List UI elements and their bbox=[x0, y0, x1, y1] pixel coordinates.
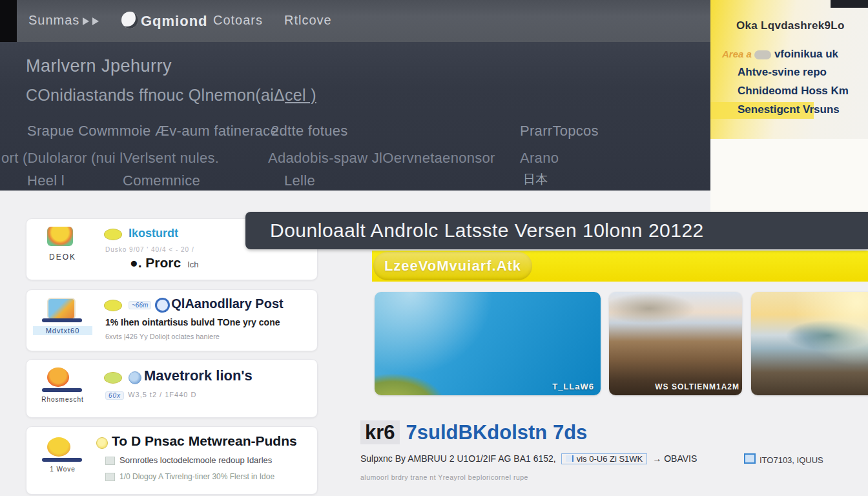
screenshot-thumbnail-underwater[interactable]: T_LLaW6 bbox=[375, 292, 601, 395]
card-meta: 1/0 Dlogoy A Tivrelng-tiner 30% Flerst i… bbox=[119, 472, 274, 481]
blob-icon bbox=[754, 50, 771, 59]
menu-link[interactable]: Lelle bbox=[284, 172, 315, 189]
badge-icon bbox=[566, 455, 574, 462]
smiley-avatar-icon bbox=[47, 437, 70, 457]
thumbnail-caption: WS SOLTlENM1A2M bbox=[655, 382, 739, 391]
app-meta-right[interactable]: ITO7103, IQUUS bbox=[744, 453, 823, 465]
top-nav: Sunmas Gqmiond Cotoars Rtlcove bbox=[0, 0, 710, 42]
sidebar-top-dark-bar bbox=[831, 0, 868, 8]
green-oval-icon bbox=[104, 372, 122, 384]
menu-link[interactable]: Arano bbox=[520, 150, 559, 167]
circle-logo-icon bbox=[155, 298, 170, 313]
mega-menu: Marlvern Jpehurry COnidiastands ffnouc Q… bbox=[0, 42, 710, 191]
download-band: LzeeVoMvuiarf.Atk bbox=[372, 251, 868, 282]
app-meta-badge: vis 0-U6 Zi S1WK bbox=[561, 453, 648, 464]
menu-link[interactable]: Adadobis-spaw JlOervnetaenonsor bbox=[268, 150, 495, 167]
app-meta-right-label: ITO7103, IQUUS bbox=[760, 455, 823, 465]
card-meta: W3,5 t2 / 1F440 D bbox=[128, 391, 196, 398]
download-apk-button[interactable]: LzeeVoMvuiarf.Atk bbox=[373, 252, 532, 280]
globe-icon bbox=[129, 371, 141, 384]
card-description: 1% Ihen ointartisus bulvd TOne yry cone bbox=[105, 317, 280, 327]
gqmiond-logo-icon bbox=[121, 12, 138, 28]
avatar-underline-bar bbox=[42, 388, 82, 392]
list-bullet-icon bbox=[105, 473, 115, 481]
nav-item-sunmas[interactable]: Sunmas bbox=[28, 13, 99, 28]
thumbnail-caption: T_LLaW6 bbox=[552, 382, 594, 391]
menu-link[interactable]: ort (Dulolaror (nui lVerlsent nules. bbox=[1, 150, 219, 167]
card-meta: Dusko 9/07 ' 40/4 < - 20 / bbox=[105, 246, 194, 253]
card-footer-title[interactable]: ●. Prorc bbox=[130, 255, 181, 270]
menu-subheading: COnidiastands ffnouc Qlnemon(aiΔcel ) bbox=[26, 86, 316, 105]
menu-link[interactable]: Heel l bbox=[27, 172, 65, 189]
card-meta: 6xvts |426 Yy Doliojt oclates haniere bbox=[105, 333, 220, 340]
card-footer-sub: Ich bbox=[187, 260, 198, 269]
card-description: Sornrotles loctodelcmoole redoup Idarles bbox=[119, 455, 272, 465]
window-icon bbox=[744, 453, 756, 464]
worker-avatar-icon bbox=[47, 227, 73, 246]
sidebar-featured-row[interactable]: Area avfoinikua uk bbox=[722, 48, 838, 61]
arrow-icon bbox=[83, 17, 89, 25]
menu-link[interactable]: Comemnice bbox=[123, 172, 200, 189]
sidebar-link[interactable]: Ahtve-svine repo bbox=[738, 66, 827, 79]
mini-badge: ~66m bbox=[129, 301, 151, 309]
avatar-caption: Rhosmescht bbox=[33, 396, 92, 403]
card-title-link[interactable]: QlAanodllary Post bbox=[171, 296, 283, 311]
app-meta-row: Sulpxnc By AMBRUU 2 U1O1/2IF AG BA1 6152… bbox=[360, 453, 697, 464]
avatar-underline-bar bbox=[42, 318, 82, 322]
app-meta-suffix: → OBAVIS bbox=[652, 453, 697, 464]
avatar-caption: 1 Wove bbox=[33, 466, 92, 473]
card-title-link[interactable]: Mavetrork lion's bbox=[144, 367, 253, 384]
menu-heading: Marlvern Jpehurry bbox=[26, 56, 172, 76]
sidebar-link[interactable]: Senestigcnt Vrsuns bbox=[738, 103, 840, 116]
sidebar-link[interactable]: Chnideomd Hoss Km bbox=[738, 85, 849, 98]
download-banner-title: Dounloaalt Androlc Latsste Versen 10lonn… bbox=[270, 220, 704, 242]
screenshot-thumbnail-mountains[interactable]: WS SOLTlENM1A2M bbox=[609, 292, 742, 395]
sidebar-featured-link[interactable]: vfoinikua uk bbox=[774, 48, 838, 60]
sidebar-title: Oka Lqvdashrek9Lo bbox=[736, 19, 845, 32]
list-item: Rhosmescht Mavetrork lion's 60xW3,5 t2 /… bbox=[26, 359, 318, 418]
yellow-oval-icon bbox=[104, 229, 122, 240]
card-title-link[interactable]: Ikosturdt bbox=[129, 227, 178, 240]
list-bullet-icon bbox=[105, 457, 115, 465]
menu-col3-header[interactable]: PrarrTopcos bbox=[520, 123, 599, 140]
app-fine-print: alumoorl brdry trane nt Yreayrol beplori… bbox=[360, 473, 528, 481]
right-sidebar: Oka Lqvdashrek9Lo Area avfoinikua uk Aht… bbox=[710, 0, 868, 213]
app-version-badge: kr6 bbox=[360, 420, 400, 444]
app-meta-text: Sulpxnc By AMBRUU 2 U1O1/2IF AG BA1 6152… bbox=[360, 453, 556, 464]
screenshot-thumbnail-sunset[interactable] bbox=[751, 292, 868, 395]
avatar-underline-bar bbox=[42, 458, 82, 462]
yellow-oval-icon bbox=[104, 300, 122, 311]
avatar-caption: Mdvtxt60 bbox=[33, 326, 92, 335]
sidebar-orange-label: Area a bbox=[722, 48, 752, 59]
menu-col1-header[interactable]: Srapue Cowmmoie Æv-aum fatinerace bbox=[27, 123, 278, 140]
menu-link-cjk[interactable]: 日本 bbox=[523, 171, 548, 188]
nav-item-label: Sunmas bbox=[28, 13, 79, 27]
page: Sunmas Gqmiond Cotoars Rtlcove Marlvern … bbox=[0, 0, 868, 496]
lion-avatar-icon bbox=[47, 367, 69, 387]
nav-item-cotoars[interactable]: Cotoars bbox=[213, 13, 263, 28]
arrow-icon bbox=[92, 17, 99, 25]
avatar-caption: DEOK bbox=[33, 253, 92, 262]
download-apk-button-label: LzeeVoMvuiarf.Atk bbox=[384, 258, 521, 274]
menu-subheading-text: COnidiastands ffnouc Qlnemon(aiΔ bbox=[26, 86, 285, 104]
badge-label: vis 0-U6 Zi S1WK bbox=[577, 454, 643, 464]
nav-item-rtlcove[interactable]: Rtlcove bbox=[284, 13, 332, 28]
menu-subheading-underlined[interactable]: cel ) bbox=[285, 86, 316, 104]
nav-left-strip bbox=[0, 0, 17, 42]
app-title: kr67suldBKdolstn 7ds bbox=[360, 421, 587, 444]
mini-badge: 60x bbox=[105, 391, 124, 400]
list-item: Mdvtxt60 ~66mQlAanodllary Post 1% Ihen o… bbox=[26, 289, 318, 351]
photo-app-avatar-icon bbox=[47, 298, 76, 320]
download-banner: Dounloaalt Androlc Latsste Versen 10lonn… bbox=[245, 212, 868, 249]
lightbulb-icon bbox=[96, 437, 108, 449]
menu-col2-header[interactable]: 2dtte fotues bbox=[271, 123, 348, 140]
nav-item-gqmiond[interactable]: Gqmiond bbox=[141, 13, 208, 30]
card-title-link[interactable]: To D Pnsac Metwrean-Pudns bbox=[112, 433, 297, 448]
app-title-link[interactable]: 7suldBKdolstn 7ds bbox=[406, 421, 588, 444]
list-item: 1 Wove To D Pnsac Metwrean-Pudns Sornrot… bbox=[26, 426, 318, 495]
